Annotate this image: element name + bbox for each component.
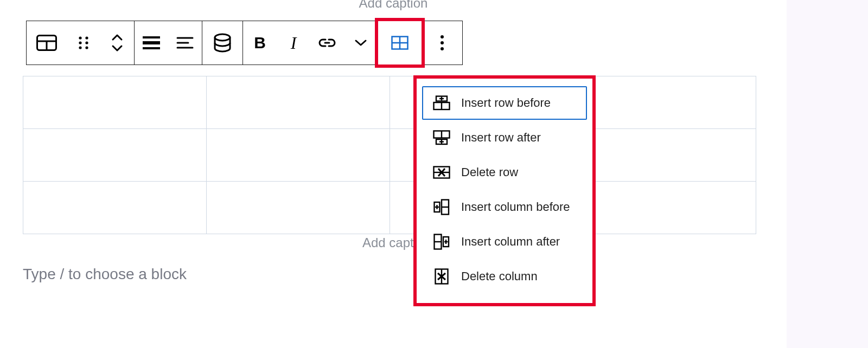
menu-delete-col[interactable]: Delete column [422, 260, 587, 293]
toolbar-group-table-edit [378, 21, 422, 65]
menu-item-label: Insert column after [461, 235, 560, 249]
svg-point-19 [441, 35, 444, 38]
table-cell[interactable] [573, 76, 756, 129]
options-button[interactable] [422, 22, 462, 64]
table-row[interactable] [23, 76, 756, 129]
table-cell[interactable] [573, 182, 756, 234]
edit-table-button[interactable] [381, 24, 418, 61]
bold-icon: B [254, 34, 266, 52]
align-content-button[interactable] [168, 22, 202, 64]
move-updown-button[interactable] [100, 22, 134, 64]
svg-point-3 [79, 36, 81, 39]
block-appender-placeholder[interactable]: Type / to choose a block [23, 266, 187, 283]
caption-placeholder[interactable]: Add capti [23, 235, 756, 250]
drag-icon [78, 36, 89, 50]
delete-row-icon [433, 164, 450, 181]
table-cell[interactable] [206, 182, 390, 234]
table-cell[interactable] [23, 182, 207, 234]
chevron-updown-icon [111, 33, 124, 53]
more-vertical-icon [440, 35, 444, 51]
menu-insert-row-after[interactable]: Insert row after [422, 121, 587, 154]
menu-item-label: Delete row [461, 165, 518, 179]
align-content-icon [176, 36, 194, 49]
toolbar-group-format: B I [243, 21, 378, 65]
align-full-button[interactable] [135, 22, 168, 64]
menu-item-label: Insert column before [461, 200, 570, 214]
svg-point-20 [441, 41, 444, 44]
sidebar-strip [787, 0, 868, 348]
menu-insert-row-before[interactable]: Insert row before [422, 86, 587, 120]
editor-table[interactable] [23, 76, 756, 234]
table-edit-icon [391, 36, 409, 50]
styles-button[interactable] [202, 22, 242, 64]
drag-handle-button[interactable] [67, 22, 100, 64]
svg-point-15 [215, 34, 230, 41]
insert-row-before-icon [433, 95, 450, 111]
insert-col-before-icon [433, 199, 450, 215]
svg-point-5 [79, 41, 81, 44]
table-cell[interactable] [23, 76, 207, 129]
link-icon [318, 37, 336, 48]
table-cell[interactable] [206, 129, 390, 182]
table-cell[interactable] [573, 129, 756, 182]
toolbar-group-block [27, 21, 135, 65]
edit-table-button-highlight [378, 21, 422, 65]
svg-point-7 [79, 46, 81, 49]
menu-insert-col-before[interactable]: Insert column before [422, 190, 587, 224]
caption-placeholder-top[interactable]: Add caption [0, 0, 787, 11]
svg-rect-11 [143, 47, 160, 49]
menu-delete-row[interactable]: Delete row [422, 156, 587, 189]
svg-point-21 [441, 47, 444, 50]
align-full-icon [143, 36, 160, 49]
svg-point-6 [85, 41, 88, 44]
bold-button[interactable]: B [243, 22, 277, 64]
table-row[interactable] [23, 129, 756, 182]
table-block-icon [36, 35, 57, 51]
table-edit-dropdown: Insert row before Insert row after [413, 75, 596, 306]
block-type-button[interactable] [27, 22, 67, 64]
chevron-down-icon [354, 39, 367, 47]
menu-item-label: Delete column [461, 269, 538, 283]
table-cell[interactable] [206, 76, 390, 129]
svg-rect-9 [143, 36, 160, 38]
toolbar-group-options [422, 21, 462, 65]
menu-item-label: Insert row after [461, 131, 541, 145]
block-toolbar: B I [26, 21, 463, 65]
toolbar-group-styles [202, 21, 243, 65]
toolbar-group-align [135, 21, 202, 65]
svg-point-8 [85, 46, 88, 49]
menu-item-label: Insert row before [461, 96, 551, 110]
italic-button[interactable]: I [277, 22, 310, 64]
insert-col-after-icon [433, 234, 450, 250]
table-cell[interactable] [23, 129, 207, 182]
table-row[interactable] [23, 182, 756, 234]
delete-col-icon [433, 268, 450, 285]
more-format-button[interactable] [344, 22, 378, 64]
svg-point-4 [85, 36, 88, 39]
insert-row-after-icon [433, 130, 450, 146]
svg-rect-10 [143, 41, 160, 44]
menu-insert-col-after[interactable]: Insert column after [422, 225, 587, 259]
link-button[interactable] [310, 22, 344, 64]
italic-icon: I [291, 33, 297, 53]
database-icon [213, 33, 232, 53]
